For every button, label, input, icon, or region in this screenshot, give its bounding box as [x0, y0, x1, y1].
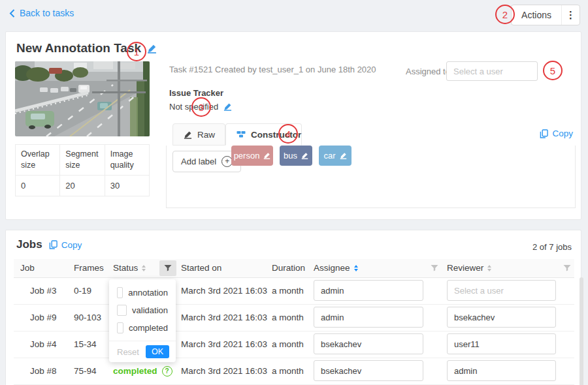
label-chip-person-name: person: [234, 151, 260, 161]
reviewer-input[interactable]: [447, 280, 556, 301]
duration-cell: a month: [272, 304, 304, 331]
back-to-tasks-label: Back to tasks: [20, 8, 74, 18]
checkbox-icon[interactable]: [117, 305, 127, 316]
duration-cell: a month: [272, 277, 304, 304]
started-cell: March 3rd 2021 16:03: [181, 277, 267, 304]
filter-option-label: annotation: [128, 288, 168, 298]
label-chip-person[interactable]: person: [231, 146, 273, 166]
col-status[interactable]: Status: [113, 259, 146, 277]
task-preview-image: [15, 61, 150, 136]
edit-issue-tracker-icon[interactable]: [223, 102, 232, 111]
task-meta: Task #1521 Created by test_user_1 on Jun…: [169, 65, 376, 74]
tab-raw[interactable]: Raw: [172, 123, 225, 146]
status-filter-dropdown: annotation validation completed Reset OK: [109, 279, 176, 362]
table-scrollbar[interactable]: [580, 277, 583, 385]
task-parameters-table: Overlap size Segment size Image quality …: [15, 144, 150, 196]
duration-cell: a month: [272, 358, 304, 384]
assigned-to-input[interactable]: [446, 61, 538, 81]
job-link[interactable]: Job #8: [30, 358, 57, 384]
frames-cell: 90-103: [74, 304, 101, 331]
more-icon: ⋮: [566, 9, 576, 21]
col-assignee[interactable]: Assignee: [314, 259, 358, 277]
checkbox-icon[interactable]: [117, 322, 123, 333]
duration-cell: a month: [272, 331, 304, 358]
copy-icon: [49, 240, 57, 249]
sort-icon[interactable]: [142, 265, 146, 271]
param-header-segment: Segment size: [60, 145, 105, 175]
reviewer-input[interactable]: [447, 333, 556, 354]
jobs-count: 2 of 7 jobs: [532, 242, 572, 252]
label-constructor-panel: Add label + person bus car: [166, 146, 576, 208]
reviewer-input[interactable]: [447, 360, 556, 381]
job-link[interactable]: Job #3: [30, 277, 57, 304]
annotation-badge-5: 5: [543, 61, 563, 80]
jobs-copy-button[interactable]: Copy: [49, 240, 82, 250]
filter-reset-button[interactable]: Reset: [117, 347, 139, 357]
edit-label-icon[interactable]: [340, 152, 347, 159]
reviewer-input[interactable]: [447, 307, 556, 328]
param-value-segment: 20: [60, 176, 105, 196]
question-circle-icon[interactable]: ?: [162, 366, 172, 377]
jobs-table-header: Job Frames Status Started on Duration As…: [14, 259, 574, 278]
assignee-input[interactable]: [314, 333, 423, 354]
col-reviewer[interactable]: Reviewer: [447, 259, 491, 277]
sort-icon[interactable]: [487, 265, 491, 271]
job-link[interactable]: Job #9: [30, 304, 57, 331]
frames-cell: 0-19: [74, 277, 91, 304]
col-duration: Duration: [272, 259, 305, 277]
table-row: Job #4 15-34 March 3rd 2021 16:03 a mont…: [14, 331, 574, 358]
filter-option-annotation[interactable]: annotation: [109, 284, 176, 301]
job-link[interactable]: Job #4: [30, 331, 57, 358]
frames-cell: 75-94: [74, 358, 97, 384]
label-chip-car-name: car: [323, 151, 335, 161]
checkbox-icon[interactable]: [117, 287, 123, 298]
street-scene-graphic: [15, 61, 150, 136]
jobs-card: Jobs Copy 2 of 7 jobs Job Frames Status …: [5, 230, 581, 385]
assigned-to-label: Assigned to: [406, 67, 450, 76]
assignee-input[interactable]: [314, 307, 423, 328]
labels-tab-bar: Raw Constructor: [166, 123, 576, 146]
more-actions-button[interactable]: ⋮: [561, 5, 580, 25]
actions-split-button: Actions ⋮: [511, 5, 580, 25]
tab-raw-label: Raw: [197, 130, 215, 140]
add-label-button-label: Add label: [181, 157, 216, 166]
labels-copy-button[interactable]: Copy: [540, 129, 573, 138]
label-chip-bus-name: bus: [284, 151, 297, 161]
frames-cell: 15-34: [74, 331, 97, 358]
filter-option-validation[interactable]: validation: [109, 301, 176, 319]
filter-funnel-icon: [164, 264, 172, 272]
edit-title-icon[interactable]: [147, 44, 157, 54]
edit-label-icon[interactable]: [263, 152, 270, 159]
label-chip-bus[interactable]: bus: [280, 146, 312, 166]
issue-tracker-label: Issue Tracker: [169, 88, 223, 98]
annotation-badge-4: 4: [278, 124, 298, 144]
labels-copy-label: Copy: [552, 129, 573, 138]
annotation-badge-2: 2: [495, 5, 515, 24]
annotation-badge-1: 1: [127, 42, 146, 61]
filter-ok-button[interactable]: OK: [146, 345, 169, 358]
col-started: Started on: [181, 259, 221, 277]
param-value-overlap: 0: [16, 176, 60, 196]
started-cell: March 3rd 2021 16:03: [181, 331, 267, 358]
actions-button[interactable]: Actions: [512, 5, 561, 25]
assignee-input[interactable]: [314, 360, 423, 381]
table-row: Job #8 75-94 completed ? March 3rd 2021 …: [14, 358, 574, 385]
label-chip-car[interactable]: car: [319, 146, 351, 166]
pencil-icon: [184, 131, 192, 139]
started-cell: March 3rd 2021 16:03: [181, 304, 267, 331]
constructor-bricks-icon: [237, 130, 246, 139]
filter-option-completed[interactable]: completed: [109, 319, 176, 337]
reviewer-filter-button[interactable]: [563, 264, 571, 272]
back-to-tasks-link[interactable]: Back to tasks: [9, 8, 74, 18]
param-value-quality: 30: [105, 176, 149, 196]
filter-option-label: completed: [129, 323, 168, 333]
copy-icon: [540, 129, 548, 138]
param-header-quality: Image quality: [105, 145, 149, 175]
sort-icon-active[interactable]: [354, 265, 358, 271]
jobs-section-title: Jobs: [16, 238, 42, 251]
assignee-input[interactable]: [314, 280, 423, 301]
table-row: Job #3 0-19 March 3rd 2021 16:03 a month: [14, 277, 574, 305]
assignee-filter-button[interactable]: [431, 264, 438, 272]
edit-label-icon[interactable]: [301, 152, 308, 159]
status-filter-button[interactable]: [159, 260, 176, 276]
